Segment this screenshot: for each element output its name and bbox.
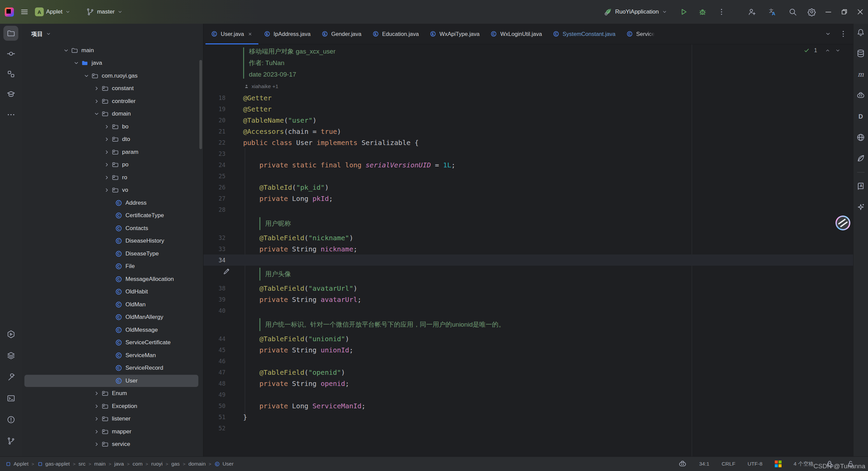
line-number[interactable]: 32 xyxy=(203,234,241,241)
line-number[interactable]: 47 xyxy=(203,369,241,376)
line-number[interactable]: 25 xyxy=(203,173,241,180)
code-line-40[interactable]: 40 xyxy=(203,305,853,316)
tree-item-oldmanallergy[interactable]: COldManAllergy xyxy=(22,311,203,324)
breadcrumb-user[interactable]: CUser xyxy=(214,461,234,467)
run-button[interactable] xyxy=(679,7,688,16)
chevron-right-icon[interactable] xyxy=(92,98,101,105)
breadcrumb-com[interactable]: com xyxy=(133,461,142,467)
rendered-doc-comment[interactable]: 用户头像 xyxy=(203,266,853,283)
tree-item-enum[interactable]: Enum xyxy=(22,387,203,400)
tree-item-diseasehistory[interactable]: CDiseaseHistory xyxy=(22,235,203,248)
run-configuration[interactable]: RuoYiApplication xyxy=(604,7,668,16)
tree-item-diseasetype[interactable]: CDiseaseType xyxy=(22,247,203,260)
tree-item-contacts[interactable]: CContacts xyxy=(22,222,203,235)
tree-item-servicerecord[interactable]: CServiceRecord xyxy=(22,362,203,375)
line-number[interactable]: 21 xyxy=(203,128,241,135)
line-number[interactable]: 22 xyxy=(203,139,241,146)
tree-item-file[interactable]: CFile xyxy=(22,260,203,273)
intention-pencil-icon[interactable] xyxy=(222,267,231,275)
tab-options-icon[interactable] xyxy=(839,29,848,38)
indent-style[interactable]: 4 个空格 xyxy=(794,460,814,468)
line-number[interactable]: 18 xyxy=(203,95,241,101)
tree-item-user[interactable]: CUser xyxy=(22,374,203,387)
tab-systemconstant-java[interactable]: CSystemConstant.java xyxy=(547,24,621,44)
file-encoding[interactable]: UTF-8 xyxy=(748,461,763,467)
tree-item-service[interactable]: service xyxy=(22,438,203,451)
rendered-doc-comment[interactable]: 用户昵称 xyxy=(203,215,853,232)
tree-item-oldman[interactable]: COldMan xyxy=(22,298,203,311)
rendered-doc-comment[interactable]: 移动端用户对象 gas_xcx_user作者: TuNandate 2023-0… xyxy=(203,45,853,81)
line-number[interactable]: 19 xyxy=(203,106,241,112)
line-number[interactable]: 50 xyxy=(203,403,241,409)
line-number[interactable]: 45 xyxy=(203,347,241,353)
commit-tool-button[interactable] xyxy=(3,46,18,61)
tree-item-bo[interactable]: bo xyxy=(22,120,203,133)
project-panel-title[interactable]: 项目 xyxy=(31,30,43,38)
prev-problem-icon[interactable] xyxy=(825,47,831,54)
hidden-tabs-icon[interactable] xyxy=(825,30,831,37)
database-icon[interactable] xyxy=(856,49,865,58)
tree-item-constant[interactable]: constant xyxy=(22,82,203,95)
code-line-51[interactable]: 51} xyxy=(203,411,853,423)
chevron-right-icon[interactable] xyxy=(102,174,112,181)
tree-item-domain[interactable]: domain xyxy=(22,108,203,121)
restore-button[interactable] xyxy=(836,0,852,24)
tree-item-dto[interactable]: dto xyxy=(22,133,203,146)
chevron-down-icon[interactable] xyxy=(82,73,91,79)
caret-position[interactable]: 34:1 xyxy=(699,461,709,467)
debug-button[interactable] xyxy=(698,7,707,16)
tree-item-exception[interactable]: Exception xyxy=(22,400,203,413)
tree-item-certificatetype[interactable]: CCertificateType xyxy=(22,209,203,222)
problems-icon[interactable] xyxy=(6,415,16,424)
tree-item-main[interactable]: main xyxy=(22,44,203,57)
settings-gear-icon[interactable] xyxy=(807,7,816,16)
tree-item-controller[interactable]: controller xyxy=(22,95,203,108)
code-line-27[interactable]: 27private Long pkId; xyxy=(203,193,853,204)
line-number[interactable]: 26 xyxy=(203,184,241,191)
terminal-icon[interactable] xyxy=(6,394,16,403)
chevron-right-icon[interactable] xyxy=(102,149,112,156)
code-line-38[interactable]: 38@TableField("avatarUrl") xyxy=(203,283,853,294)
breadcrumb-domain[interactable]: domain xyxy=(189,461,206,467)
learn-tool-button[interactable] xyxy=(3,87,18,102)
code-line-44[interactable]: 44@TableField("unionid") xyxy=(203,333,853,344)
line-number[interactable]: 44 xyxy=(203,335,241,342)
code-line-18[interactable]: 18@Getter xyxy=(203,92,853,103)
chevron-right-icon[interactable] xyxy=(92,403,101,410)
code-line-49[interactable]: 49 xyxy=(203,389,853,400)
code-line-24[interactable]: 24private static final long serialVersio… xyxy=(203,159,853,170)
main-menu-icon[interactable] xyxy=(20,7,29,16)
code-line-47[interactable]: 47@TableField("openid") xyxy=(203,367,853,378)
code-line-21[interactable]: 21@Accessors(chain = true) xyxy=(203,126,853,137)
tree-item-po[interactable]: po xyxy=(22,159,203,171)
build-icon[interactable] xyxy=(6,372,16,382)
chevron-down-icon[interactable] xyxy=(45,31,52,37)
more-tool-button[interactable] xyxy=(3,107,18,122)
line-number[interactable]: 28 xyxy=(203,206,241,213)
branch-widget[interactable]: master xyxy=(86,7,123,16)
code-line-34[interactable]: 34 xyxy=(203,254,853,266)
code-line-48[interactable]: 48private String openid; xyxy=(203,378,853,389)
line-number[interactable]: 48 xyxy=(203,380,241,387)
tree-item-vo[interactable]: vo xyxy=(22,184,203,197)
line-number[interactable]: 27 xyxy=(203,195,241,202)
tab-wxloginutil-java[interactable]: CWxLoginUtil.java xyxy=(485,24,547,44)
chevron-right-icon[interactable] xyxy=(92,85,101,92)
line-number[interactable]: 33 xyxy=(203,246,241,252)
chevron-right-icon[interactable] xyxy=(92,390,101,397)
tree-item-mapper[interactable]: mapper xyxy=(22,425,203,438)
breadcrumb-java[interactable]: java xyxy=(114,461,124,467)
project-tool-button[interactable] xyxy=(3,26,18,41)
tab-gender-java[interactable]: EGender.java xyxy=(316,24,367,44)
chevron-right-icon[interactable] xyxy=(102,161,112,168)
chevron-right-icon[interactable] xyxy=(92,428,101,435)
add-user-icon[interactable] xyxy=(748,7,756,16)
tree-item-param[interactable]: param xyxy=(22,146,203,159)
tree-item-listener[interactable]: listener xyxy=(22,413,203,426)
code-editor[interactable]: 移动端用户对象 gas_xcx_user作者: TuNandate 2023-0… xyxy=(203,44,853,456)
code-line-52[interactable]: 52 xyxy=(203,423,853,434)
notifications-icon[interactable] xyxy=(856,28,865,37)
line-number[interactable]: 40 xyxy=(203,307,241,314)
line-number[interactable]: 52 xyxy=(203,425,241,432)
line-number[interactable]: 20 xyxy=(203,117,241,124)
